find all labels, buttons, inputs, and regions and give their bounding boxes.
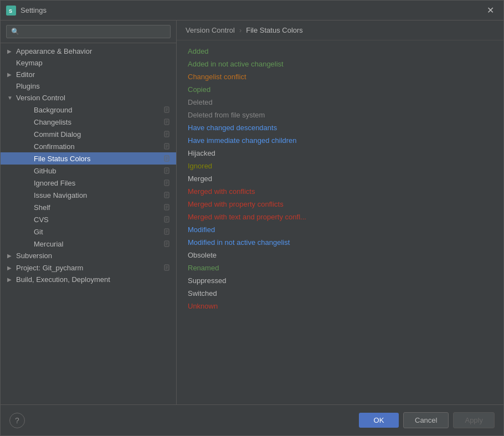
- cancel-button[interactable]: Cancel: [403, 412, 449, 428]
- sidebar-item-label: Keymap: [16, 59, 172, 67]
- sidebar-item-label: Subversion: [16, 252, 172, 260]
- tree-arrow-icon: ▶: [7, 253, 16, 259]
- titlebar: S Settings ✕: [1, 1, 503, 20]
- color-list-item[interactable]: Deleted from file system: [177, 109, 503, 121]
- page-icon: [163, 117, 172, 126]
- sidebar-item-label: Background: [34, 106, 161, 114]
- color-list-item[interactable]: Hijacked: [177, 147, 503, 160]
- sidebar-item-shelf[interactable]: Shelf: [1, 201, 176, 213]
- sidebar-item-background[interactable]: Background: [1, 104, 176, 116]
- page-icon: [163, 191, 172, 199]
- sidebar-item-changelists[interactable]: Changelists: [1, 116, 176, 128]
- app-icon: S: [6, 6, 16, 16]
- sidebar-item-label: Changelists: [34, 118, 161, 126]
- color-list-item[interactable]: Copied: [177, 83, 503, 96]
- breadcrumb: Version Control › File Status Colors: [177, 20, 503, 40]
- color-list-item[interactable]: Added in not active changelist: [177, 58, 503, 70]
- color-list-item[interactable]: Merged with conflicts: [177, 185, 503, 198]
- tree-arrow-icon: ▶: [7, 276, 16, 283]
- sidebar-item-label: Git: [34, 228, 161, 236]
- page-icon: [163, 263, 172, 272]
- sidebar-item-label: CVS: [34, 216, 161, 224]
- sidebar-item-label: Shelf: [34, 203, 161, 212]
- settings-window: S Settings ✕ ▶Appearance & BehaviorKeyma…: [0, 0, 504, 436]
- page-icon: [163, 130, 172, 139]
- page-icon: [163, 166, 172, 175]
- color-list-item[interactable]: Have immediate changed children: [177, 134, 503, 147]
- sidebar-tree: ▶Appearance & BehaviorKeymap▶EditorPlugi…: [1, 43, 176, 404]
- color-list-item[interactable]: Modified: [177, 223, 503, 236]
- main-content: ▶Appearance & BehaviorKeymap▶EditorPlugi…: [1, 20, 503, 404]
- footer: ? OK Cancel Apply: [1, 404, 503, 435]
- page-icon: [163, 203, 172, 212]
- apply-button[interactable]: Apply: [453, 412, 495, 428]
- sidebar-item-ignored-files[interactable]: Ignored Files: [1, 177, 176, 189]
- tree-arrow-icon: ▶: [7, 265, 16, 271]
- sidebar-item-plugins[interactable]: Plugins: [1, 80, 176, 92]
- color-list-item[interactable]: Added: [177, 45, 503, 58]
- sidebar-item-commit-dialog[interactable]: Commit Dialog: [1, 128, 176, 140]
- sidebar-item-label: Ignored Files: [34, 179, 161, 187]
- sidebar-item-confirmation[interactable]: Confirmation: [1, 140, 176, 152]
- color-list-item[interactable]: Switched: [177, 287, 503, 300]
- sidebar-item-appearance[interactable]: ▶Appearance & Behavior: [1, 45, 176, 57]
- sidebar-item-label: Appearance & Behavior: [16, 47, 172, 55]
- breadcrumb-current: File Status Colors: [246, 26, 303, 34]
- sidebar-item-project-git[interactable]: ▶Project: Git_pycharm: [1, 261, 176, 274]
- page-icon: [163, 215, 172, 224]
- sidebar-item-github[interactable]: GitHub: [1, 165, 176, 177]
- sidebar-item-keymap[interactable]: Keymap: [1, 57, 176, 69]
- sidebar-item-git[interactable]: Git: [1, 225, 176, 238]
- svg-text:S: S: [9, 8, 12, 14]
- sidebar-item-file-status-colors[interactable]: File Status Colors: [1, 152, 176, 165]
- page-icon: [163, 227, 172, 236]
- sidebar: ▶Appearance & BehaviorKeymap▶EditorPlugi…: [1, 20, 177, 404]
- breadcrumb-separator: ›: [239, 26, 241, 34]
- color-list-item[interactable]: Renamed: [177, 261, 503, 274]
- sidebar-item-subversion[interactable]: ▶Subversion: [1, 250, 176, 261]
- sidebar-item-label: Project: Git_pycharm: [16, 264, 161, 272]
- close-button[interactable]: ✕: [482, 3, 498, 18]
- help-button[interactable]: ?: [9, 413, 25, 428]
- sidebar-item-label: File Status Colors: [34, 155, 161, 163]
- ok-button[interactable]: OK: [359, 413, 399, 428]
- color-list-item[interactable]: Merged with property conflicts: [177, 198, 503, 211]
- sidebar-item-label: Mercurial: [34, 240, 161, 248]
- color-list-item[interactable]: Suppressed: [177, 274, 503, 287]
- tree-arrow-icon: ▶: [7, 71, 16, 78]
- page-icon: [163, 239, 172, 248]
- sidebar-item-mercurial[interactable]: Mercurial: [1, 238, 176, 250]
- breadcrumb-parent: Version Control: [186, 26, 235, 34]
- sidebar-item-label: Editor: [16, 70, 172, 79]
- sidebar-item-build-execution[interactable]: ▶Build, Execution, Deployment: [1, 274, 176, 285]
- sidebar-item-cvs[interactable]: CVS: [1, 213, 176, 225]
- page-icon: [163, 178, 172, 187]
- sidebar-item-label: Plugins: [16, 82, 172, 90]
- sidebar-item-label: Version Control: [16, 94, 172, 102]
- color-list-item[interactable]: Merged with text and property confl...: [177, 211, 503, 223]
- sidebar-item-label: Confirmation: [34, 142, 161, 151]
- search-bar: [1, 20, 176, 43]
- color-list-item[interactable]: Ignored: [177, 160, 503, 172]
- window-title: Settings: [20, 6, 482, 14]
- sidebar-item-issue-navigation[interactable]: Issue Navigation: [1, 189, 176, 201]
- search-input[interactable]: [6, 25, 171, 38]
- sidebar-item-label: GitHub: [34, 167, 161, 175]
- color-list-item[interactable]: Have changed descendants: [177, 121, 503, 134]
- color-list-item[interactable]: Changelist conflict: [177, 70, 503, 83]
- color-list: AddedAdded in not active changelistChang…: [177, 40, 503, 404]
- tree-arrow-icon: ▶: [7, 48, 16, 54]
- tree-arrow-icon: ▼: [7, 95, 16, 101]
- color-list-item[interactable]: Unknown: [177, 300, 503, 312]
- page-icon: [163, 105, 172, 114]
- page-icon: [163, 154, 172, 163]
- page-icon: [163, 142, 172, 151]
- color-list-item[interactable]: Obsolete: [177, 249, 503, 261]
- color-list-item[interactable]: Merged: [177, 172, 503, 185]
- sidebar-item-editor[interactable]: ▶Editor: [1, 69, 176, 80]
- color-list-item[interactable]: Deleted: [177, 96, 503, 109]
- main-panel: Version Control › File Status Colors Add…: [177, 20, 503, 404]
- sidebar-item-version-control[interactable]: ▼Version Control: [1, 92, 176, 104]
- color-list-item[interactable]: Modified in not active changelist: [177, 236, 503, 249]
- sidebar-item-label: Commit Dialog: [34, 130, 161, 139]
